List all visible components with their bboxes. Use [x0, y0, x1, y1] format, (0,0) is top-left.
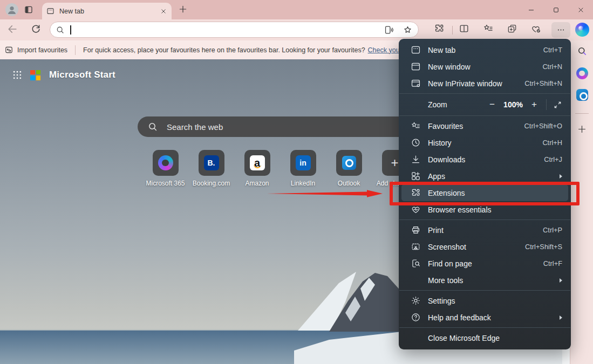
menu-item-history[interactable]: History Ctrl+H	[399, 134, 571, 151]
screenshot-icon	[411, 242, 421, 252]
submenu-arrow-icon	[560, 315, 562, 320]
menu-item-screenshot[interactable]: Screenshot Ctrl+Shift+S	[399, 238, 571, 255]
menu-item-settings[interactable]: Settings	[399, 292, 571, 309]
back-arrow-icon[interactable]	[6, 23, 18, 35]
brand-title: Microsoft Start	[49, 70, 115, 80]
menu-divider	[399, 327, 570, 328]
shortcut-amazon[interactable]: a Amazon	[234, 150, 280, 187]
minimize-button[interactable]	[519, 0, 543, 19]
heart-pulse-icon	[411, 204, 421, 215]
title-bar: New tab	[0, 0, 593, 19]
favourite-star-icon[interactable]	[403, 25, 413, 35]
sidebar-divider	[575, 113, 589, 114]
amazon-logo: a	[250, 155, 265, 170]
start-page-header: Microsoft Start	[12, 70, 115, 80]
menu-divider	[399, 93, 570, 94]
address-bar[interactable]	[50, 22, 419, 38]
pointer-arrow	[267, 189, 384, 198]
sidebar-microsoft-365-button[interactable]	[570, 67, 593, 79]
browser-essentials-icon[interactable]	[530, 23, 542, 35]
menu-item-more-tools[interactable]: More tools	[399, 272, 571, 289]
menu-item-downloads[interactable]: Downloads Ctrl+J	[399, 151, 571, 168]
search-icon	[56, 25, 65, 35]
new-window-icon	[411, 61, 421, 72]
favourites-toolbar-icon[interactable]	[483, 23, 494, 34]
shortcut-microsoft-365[interactable]: Microsoft 365	[142, 150, 188, 187]
maximize-button[interactable]	[543, 0, 568, 19]
highlight-box	[390, 182, 580, 205]
menu-item-new-window[interactable]: New window Ctrl+N	[399, 58, 571, 75]
split-screen-icon[interactable]	[459, 23, 469, 34]
menu-item-favourites[interactable]: Favourites Ctrl+Shift+O	[399, 118, 571, 134]
microsoft-logo	[30, 70, 40, 80]
toolbar-divider	[452, 26, 453, 35]
tab-close-icon[interactable]	[160, 8, 167, 15]
favourites-bar-divider	[75, 45, 76, 55]
text-cursor	[70, 25, 71, 35]
menu-item-close-microsoft-edge[interactable]: Close Microsoft Edge	[399, 329, 571, 346]
import-favourites-label: Import favourites	[17, 46, 67, 54]
zoom-out-button[interactable]: −	[484, 99, 500, 110]
menu-zoom-row: Zoom − 100% +	[399, 95, 571, 114]
zoom-label: Zoom	[428, 100, 484, 109]
extensions-toolbar-icon[interactable]	[434, 23, 445, 34]
menu-item-print[interactable]: Print Ctrl+P	[399, 222, 571, 238]
read-aloud-icon[interactable]	[384, 25, 394, 35]
menu-item-find-on-page[interactable]: Find on page Ctrl+F	[399, 255, 571, 272]
collections-icon[interactable]	[507, 23, 517, 34]
zoom-divider	[546, 99, 547, 110]
downloads-icon	[411, 154, 421, 164]
favourites-bar-message: For quick access, place your favourites …	[83, 46, 365, 54]
help-icon	[411, 312, 421, 322]
fullscreen-icon[interactable]	[550, 100, 564, 109]
history-icon	[411, 138, 421, 148]
gear-icon	[411, 296, 421, 306]
search-icon	[147, 121, 158, 132]
new-tab-button[interactable]	[178, 4, 188, 14]
shortcut-tiles: Microsoft 365 B. Booking.com a Amazon in…	[142, 150, 418, 187]
tab-new-tab[interactable]: New tab	[42, 3, 172, 19]
import-favourites-button[interactable]: Import favourites	[4, 45, 67, 54]
browser-window: New tab	[0, 0, 593, 364]
app-launcher-icon[interactable]	[12, 70, 23, 80]
zoom-value: 100%	[500, 100, 526, 109]
refresh-icon[interactable]	[30, 23, 42, 35]
linkedin-logo: in	[296, 155, 311, 170]
new-tab-icon	[411, 45, 421, 55]
booking-logo: B.	[204, 155, 219, 170]
sidebar-outlook-button[interactable]	[570, 89, 593, 101]
sidebar-customize-button[interactable]	[570, 124, 593, 134]
microsoft-365-logo	[158, 155, 173, 170]
apps-icon	[411, 171, 421, 181]
settings-and-more-button[interactable]	[551, 22, 570, 38]
shortcut-booking[interactable]: B. Booking.com	[188, 150, 234, 187]
microsoft-365-logo	[576, 67, 588, 79]
printer-icon	[411, 225, 421, 235]
menu-item-help-and-feedback[interactable]: Help and feedback	[399, 309, 571, 326]
import-favourites-icon	[4, 45, 13, 54]
navigation-toolbar	[0, 19, 593, 40]
submenu-arrow-icon	[560, 278, 562, 283]
new-tab-page-icon	[46, 7, 54, 15]
copilot-icon[interactable]	[575, 23, 589, 37]
avatar[interactable]	[5, 3, 18, 16]
menu-divider	[399, 115, 570, 116]
submenu-arrow-icon	[560, 174, 562, 178]
sidebar-search-button[interactable]	[570, 46, 593, 57]
shortcut-outlook[interactable]: Outlook	[326, 150, 372, 187]
workspaces-icon[interactable]	[24, 5, 33, 15]
tab-title: New tab	[59, 8, 160, 15]
window-close-button[interactable]	[568, 0, 593, 19]
search-placeholder: Search the web	[167, 122, 223, 132]
outlook-logo	[576, 89, 588, 101]
zoom-in-button[interactable]: +	[526, 99, 542, 110]
menu-item-new-tab[interactable]: New tab Ctrl+T	[399, 42, 571, 58]
window-controls	[519, 0, 593, 19]
plus-icon: +	[391, 155, 398, 170]
favourites-star-list-icon	[411, 121, 421, 131]
menu-divider	[399, 290, 570, 291]
menu-divider	[399, 219, 570, 220]
shortcut-linkedin[interactable]: in LinkedIn	[280, 150, 326, 187]
menu-item-new-inprivate-window[interactable]: New InPrivate window Ctrl+Shift+N	[399, 75, 571, 92]
outlook-logo	[342, 156, 356, 170]
